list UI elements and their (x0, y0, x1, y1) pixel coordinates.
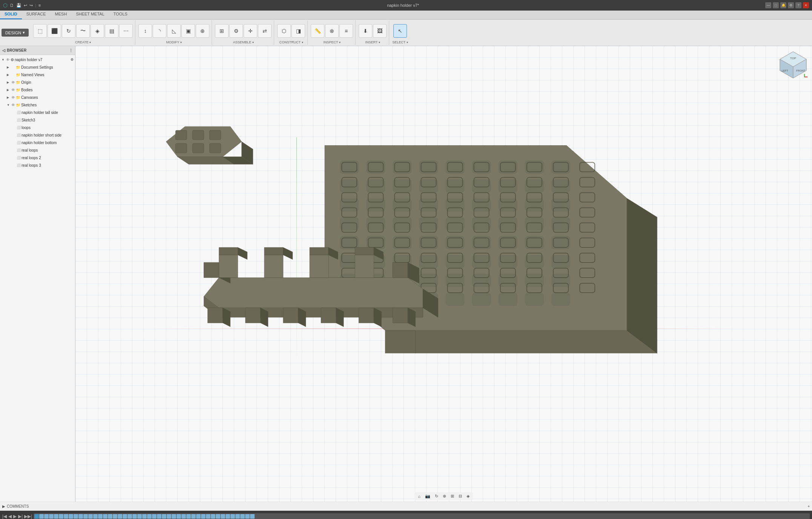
timeline-marker[interactable] (240, 514, 245, 519)
timeline-marker[interactable] (186, 514, 191, 519)
eye-icon[interactable]: 👁 (11, 88, 15, 92)
timeline-marker[interactable] (132, 514, 137, 519)
loft-button[interactable]: ◈ (91, 24, 104, 38)
timeline-marker[interactable] (211, 514, 215, 519)
maximize-button[interactable]: □ (773, 2, 779, 8)
shell-button[interactable]: ▣ (181, 24, 195, 38)
orbit-button[interactable]: ↻ (433, 493, 440, 499)
timeline-marker[interactable] (245, 514, 250, 519)
chamfer-button[interactable]: ◺ (167, 24, 181, 38)
timeline-track[interactable] (34, 513, 810, 519)
tree-sketch-bottom[interactable]: ▶ ⬜ napkin holder bottom (0, 139, 75, 146)
timeline-marker[interactable] (157, 514, 161, 519)
view-options-icon[interactable]: ⊞ (449, 493, 456, 499)
tree-sketch-tall-side[interactable]: ▶ ⬜ napkin holder tall side (0, 109, 75, 116)
tree-sketches[interactable]: ▼ 👁 📁 Sketches (0, 101, 75, 109)
timeline-marker[interactable] (49, 514, 54, 519)
timeline-prev-button[interactable]: ◀ (8, 514, 12, 519)
timeline-marker[interactable] (201, 514, 206, 519)
timeline-marker[interactable] (93, 514, 98, 519)
timeline-marker[interactable] (216, 514, 220, 519)
tree-named-views[interactable]: ▶ 👁 📁 Named Views (0, 71, 75, 78)
extrude-button[interactable]: ⬛ (48, 24, 61, 38)
new-sketch-button[interactable]: ⬚ (33, 24, 47, 38)
timeline-marker[interactable] (74, 514, 78, 519)
settings-icon[interactable]: ⚙ (788, 2, 794, 8)
help-icon[interactable]: ? (795, 2, 801, 8)
combine-button[interactable]: ⊕ (196, 24, 209, 38)
timeline-marker[interactable] (221, 514, 225, 519)
insert-svg-button[interactable]: ⬇ (359, 24, 372, 38)
timeline-marker[interactable] (83, 514, 88, 519)
timeline-marker[interactable] (34, 514, 39, 519)
timeline-marker[interactable] (196, 514, 201, 519)
timeline-marker[interactable] (127, 514, 132, 519)
redo-icon[interactable]: ↪ (29, 3, 33, 8)
timeline-marker[interactable] (118, 514, 122, 519)
camera-icon[interactable]: 📷 (424, 493, 432, 499)
timeline-marker[interactable] (64, 514, 68, 519)
timeline-marker[interactable] (78, 514, 83, 519)
tab-surface[interactable]: SURFACE (22, 11, 51, 19)
design-dropdown[interactable]: DESIGN ▾ (2, 29, 29, 37)
tree-real-loops-3[interactable]: ▶ ⬜ real loops 3 (0, 161, 75, 169)
timeline-marker[interactable] (113, 514, 117, 519)
timeline-marker[interactable] (230, 514, 235, 519)
timeline-marker[interactable] (235, 514, 240, 519)
tree-real-loops[interactable]: ▶ ⬜ real loops (0, 146, 75, 154)
timeline-marker[interactable] (167, 514, 171, 519)
minimize-button[interactable]: — (765, 2, 771, 8)
timeline-marker[interactable] (54, 514, 58, 519)
new-component-button[interactable]: ⊞ (215, 24, 229, 38)
measure-button[interactable]: 📏 (311, 24, 324, 38)
timeline-marker[interactable] (69, 514, 73, 519)
motion-link-button[interactable]: ⇄ (258, 24, 272, 38)
timeline-marker[interactable] (177, 514, 181, 519)
tree-sketch3[interactable]: ▶ ⬜ Sketch3 (0, 116, 75, 124)
tree-sketch-short-side[interactable]: ▶ ⬜ napkin holder short side (0, 131, 75, 139)
tree-real-loops-2[interactable]: ▶ ⬜ real loops 2 (0, 154, 75, 161)
eye-icon[interactable]: 👁 (11, 80, 15, 84)
tab-sheet-metal[interactable]: SHEET METAL (71, 11, 109, 19)
tree-root[interactable]: ▼ 👁 ⚙ napkin holder v7 ⚙ (0, 56, 75, 63)
display-mode-icon[interactable]: ◈ (465, 493, 471, 499)
select-button[interactable]: ↖ (393, 24, 407, 38)
browser-menu-icon[interactable]: ⋮ (69, 48, 73, 52)
tab-mesh[interactable]: MESH (51, 11, 72, 19)
eye-icon[interactable]: 👁 (11, 103, 15, 107)
rib-button[interactable]: ▤ (105, 24, 118, 38)
tree-doc-settings[interactable]: ▶ 👁 📁 Document Settings (0, 63, 75, 71)
more-create-button[interactable]: ⋯ (119, 24, 133, 38)
timeline-marker[interactable] (181, 514, 186, 519)
timeline-marker[interactable] (88, 514, 93, 519)
tab-solid[interactable]: SOLID (0, 11, 22, 19)
timeline-play-button[interactable]: ▶ (13, 514, 17, 519)
timeline-marker[interactable] (172, 514, 176, 519)
press-pull-button[interactable]: ↕ (138, 24, 152, 38)
undo-icon[interactable]: ↩ (24, 3, 27, 8)
plane-angle-button[interactable]: ◨ (292, 24, 305, 38)
save-icon[interactable]: 💾 (16, 3, 21, 8)
expand-icon[interactable]: ▶ (2, 504, 5, 508)
timeline-marker[interactable] (108, 514, 112, 519)
timeline-marker[interactable] (39, 514, 44, 519)
timeline-marker[interactable] (162, 514, 166, 519)
grid-icon[interactable]: ⊟ (457, 493, 464, 499)
timeline-marker[interactable] (142, 514, 147, 519)
tree-bodies[interactable]: ▶ 👁 📁 Bodies (0, 86, 75, 94)
timeline-marker[interactable] (98, 514, 103, 519)
timeline-marker[interactable] (206, 514, 210, 519)
timeline-marker[interactable] (191, 514, 196, 519)
tab-tools[interactable]: TOOLS (109, 11, 132, 19)
joint-button[interactable]: ⚙ (229, 24, 243, 38)
insert-canvas-button[interactable]: 🖼 (373, 24, 387, 38)
zebra-button[interactable]: ≡ (339, 24, 353, 38)
root-settings-icon[interactable]: ⚙ (71, 58, 74, 61)
timeline-marker[interactable] (59, 514, 63, 519)
timeline-marker[interactable] (44, 514, 49, 519)
viewport[interactable]: TOP LEFT FRONT .model-face { fill: #6b67… (75, 46, 812, 502)
sweep-button[interactable]: 〜 (76, 24, 90, 38)
tree-canvases[interactable]: ▶ 👁 📁 Canvases (0, 94, 75, 101)
revolve-button[interactable]: ↻ (62, 24, 75, 38)
orbit-home-button[interactable]: ⌂ (416, 493, 422, 499)
